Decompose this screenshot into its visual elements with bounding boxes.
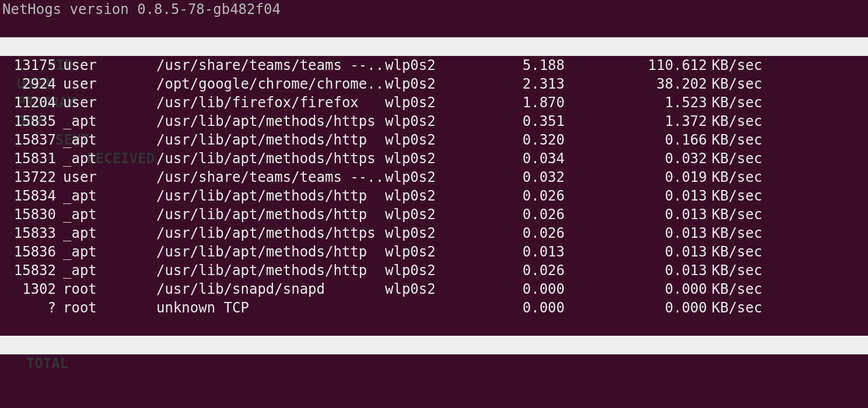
cell-user: _apt [63,149,156,168]
cell-sent: 0.013 [492,242,569,261]
process-row: 13722user/usr/share/teams/teams --..wlp0… [0,168,868,187]
cell-sent: 0.000 [492,280,569,298]
cell-dev: wlp0s2 [385,56,492,75]
cell-program: /usr/lib/apt/methods/https [156,149,385,168]
cell-received: 0.013 [569,242,712,261]
process-row: 2924user/opt/google/chrome/chrome..wlp0s… [0,75,868,93]
cell-program: /opt/google/chrome/chrome.. [156,75,385,93]
cell-program: /usr/lib/apt/methods/https [156,224,385,242]
cell-received: 0.013 [569,224,712,242]
cell-sent: 0.026 [492,224,569,242]
cell-user: _apt [63,242,156,261]
cell-pid: 15834 [0,187,63,205]
process-row: 15835_apt/usr/lib/apt/methods/httpswlp0s… [0,112,868,131]
cell-user: root [63,280,156,298]
cell-pid: 15837 [0,131,63,149]
cell-program: /usr/lib/snapd/snapd [156,280,385,298]
blank-line [0,317,868,336]
cell-dev: wlp0s2 [385,242,492,261]
cell-pid: 15836 [0,242,63,261]
cell-sent: 0.320 [492,131,569,149]
cell-received: 0.032 [569,149,712,168]
cell-received: 1.523 [569,93,712,112]
cell-dev: wlp0s2 [385,93,492,112]
blank-line [0,19,868,37]
cell-pid: 13722 [0,168,63,187]
cell-pid: 11204 [0,93,63,112]
cell-user: _apt [63,187,156,205]
cell-dev: wlp0s2 [385,280,492,298]
cell-sent: 1.870 [492,93,569,112]
total-label: TOTAL [17,354,89,373]
cell-received: 110.612 [569,56,712,75]
cell-unit: KB/sec [712,112,762,131]
cell-pid: 15833 [0,224,63,242]
cell-unit: KB/sec [712,298,762,317]
cell-sent: 0.026 [492,261,569,280]
process-row: 15837_apt/usr/lib/apt/methods/httpwlp0s2… [0,131,868,149]
cell-dev: wlp0s2 [385,75,492,93]
cell-unit: KB/sec [712,280,762,298]
cell-program: /usr/lib/firefox/firefox [156,93,385,112]
cell-program: /usr/lib/apt/methods/http [156,187,385,205]
process-list: 13175user/usr/share/teams/teams --..wlp0… [0,56,868,317]
cell-program: /usr/lib/apt/methods/http [156,131,385,149]
cell-unit: KB/sec [712,149,762,168]
cell-program: /usr/share/teams/teams --.. [156,168,385,187]
cell-unit: KB/sec [712,56,762,75]
cell-user: _apt [63,112,156,131]
cell-user: user [63,56,156,75]
cell-pid: 2924 [0,75,63,93]
cell-pid: 15830 [0,205,63,224]
cell-unit: KB/sec [712,261,762,280]
cell-pid: 15831 [0,149,63,168]
process-row: 13175user/usr/share/teams/teams --..wlp0… [0,56,868,75]
cell-program: unknown TCP [156,298,385,317]
cell-dev: wlp0s2 [385,168,492,187]
cell-received: 0.019 [569,168,712,187]
cell-pid: 15832 [0,261,63,280]
cell-sent: 0.351 [492,112,569,131]
app-title: NetHogs version 0.8.5-78-gb482f04 [0,0,868,19]
cell-dev: wlp0s2 [385,187,492,205]
cell-dev: wlp0s2 [385,149,492,168]
process-row: 15831_apt/usr/lib/apt/methods/httpswlp0s… [0,149,868,168]
cell-user: user [63,75,156,93]
cell-sent: 0.026 [492,205,569,224]
cell-dev: wlp0s2 [385,224,492,242]
cell-sent: 5.188 [492,56,569,75]
cell-user: _apt [63,261,156,280]
cell-unit: KB/sec [712,131,762,149]
cell-pid: 15835 [0,112,63,131]
cell-received: 38.202 [569,75,712,93]
cell-unit: KB/sec [712,224,762,242]
process-row: 15830_apt/usr/lib/apt/methods/httpwlp0s2… [0,205,868,224]
process-row: 15836_apt/usr/lib/apt/methods/httpwlp0s2… [0,242,868,261]
cell-sent: 0.034 [492,149,569,168]
cell-user: _apt [63,205,156,224]
cell-user: _apt [63,224,156,242]
process-row: 1302root/usr/lib/snapd/snapdwlp0s20.0000… [0,280,868,298]
cell-user: user [63,168,156,187]
process-row: ?rootunknown TCP0.0000.000KB/sec [0,298,868,317]
cell-sent: 2.313 [492,75,569,93]
cell-received: 0.000 [569,298,712,317]
cell-program: /usr/lib/apt/methods/http [156,205,385,224]
process-row: 11204user/usr/lib/firefox/firefoxwlp0s21… [0,93,868,112]
cell-sent: 0.032 [492,168,569,187]
cell-pid: ? [0,298,63,317]
cell-received: 0.013 [569,205,712,224]
cell-unit: KB/sec [712,75,762,93]
cell-sent: 0.026 [492,187,569,205]
cell-unit: KB/sec [712,168,762,187]
cell-program: /usr/lib/apt/methods/http [156,261,385,280]
cell-unit: KB/sec [712,187,762,205]
cell-pid: 1302 [0,280,63,298]
cell-unit: KB/sec [712,242,762,261]
process-row: 15832_apt/usr/lib/apt/methods/httpwlp0s2… [0,261,868,280]
cell-user: root [63,298,156,317]
cell-unit: KB/sec [712,205,762,224]
cell-received: 1.372 [569,112,712,131]
cell-user: user [63,93,156,112]
cell-program: /usr/share/teams/teams --.. [156,56,385,75]
